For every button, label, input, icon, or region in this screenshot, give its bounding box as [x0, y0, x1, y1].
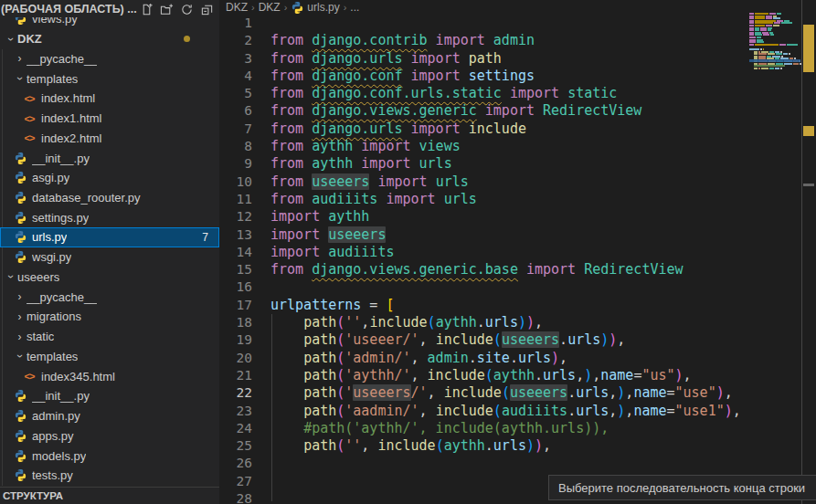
code-line-4[interactable]: 4from django.conf import settings [219, 68, 816, 85]
code-line-23[interactable]: 23 path('aadmin/', include(audiiits.urls… [219, 403, 816, 420]
line-number[interactable]: 17 [219, 297, 252, 314]
code-line-12[interactable]: 12import aythh [219, 208, 816, 226]
line-number[interactable]: 25 [219, 437, 252, 455]
line-number[interactable]: 12 [219, 208, 252, 226]
line-text [252, 15, 270, 32]
tree-item--pycache-[interactable]: ›__pycache__ [0, 287, 219, 307]
new-file-icon[interactable] [138, 2, 155, 17]
tree-item-apps-py[interactable]: apps.py [0, 425, 219, 446]
breadcrumb-item[interactable]: urls.py [291, 1, 339, 15]
code-line-5[interactable]: 5from django.conf.urls.static import sta… [219, 85, 816, 102]
outline-section-header[interactable]: СТРУКТУРА [0, 487, 219, 504]
line-number[interactable]: 22 [219, 384, 252, 402]
collapse-all-icon[interactable] [198, 2, 216, 17]
chevron-down-icon: › [5, 270, 16, 284]
explorer-section-header[interactable]: (РАБОЧАЯ ОБЛАСТЬ) ... [0, 0, 219, 17]
tree-item-migrations[interactable]: ›migrations [0, 307, 219, 327]
tree-item-templates[interactable]: ›templates [0, 68, 219, 89]
line-number[interactable]: 6 [219, 102, 252, 120]
code-line-21[interactable]: 21 path('aythh/', include(aythh.urls,),n… [219, 367, 816, 384]
line-number[interactable]: 8 [219, 138, 252, 155]
line-number[interactable]: 11 [219, 191, 252, 208]
code-line-22[interactable]: 22 path('useeers/', include(useeers.urls… [219, 384, 816, 402]
code-line-7[interactable]: 7from django.urls import include [219, 121, 816, 138]
new-folder-icon[interactable] [158, 2, 175, 17]
code-area[interactable]: 12from django.contrib import admin3from … [219, 15, 816, 504]
tree-item-index1-html[interactable]: <>index1.html [0, 109, 219, 129]
line-number[interactable]: 4 [219, 68, 252, 85]
breadcrumb-item[interactable]: DKZ [259, 1, 281, 14]
code-line-19[interactable]: 19 path('useeer/', include(useeers.urls)… [219, 331, 816, 349]
code-line-18[interactable]: 18 path('',include(aythh.urls)), [219, 314, 816, 331]
line-number[interactable]: 9 [219, 155, 252, 173]
line-number[interactable]: 13 [219, 226, 252, 244]
tree-item-database-roouter-py[interactable]: database_roouter.py [0, 188, 219, 208]
ruler-mark [803, 25, 814, 72]
line-text: urlpatterns = [ [252, 297, 394, 314]
line-number[interactable]: 7 [219, 121, 252, 138]
code-line-10[interactable]: 10from useeers import urls [219, 173, 816, 191]
line-number[interactable]: 15 [219, 261, 252, 278]
tree-item-label: wsgi.py [32, 250, 71, 264]
code-line-15[interactable]: 15from django.views.generic.base import … [219, 261, 816, 278]
code-line-8[interactable]: 8from aythh import views [219, 138, 816, 155]
code-line-14[interactable]: 14import audiiits [219, 244, 816, 261]
tree-item-static[interactable]: ›static [0, 327, 219, 347]
line-number[interactable]: 16 [219, 278, 252, 296]
tree-item--pycache-[interactable]: ›__pycache__ [0, 48, 219, 68]
code-line-16[interactable]: 16 [219, 278, 816, 296]
tree-item-tests-py[interactable]: tests.py [0, 466, 219, 486]
breadcrumb: DKZ›DKZ›urls.py›... [219, 0, 816, 15]
breadcrumb-item[interactable]: ... [350, 1, 359, 14]
code-line-2[interactable]: 2from django.contrib import admin [219, 32, 816, 49]
code-line-9[interactable]: 9from aythh import urls [219, 155, 816, 173]
code-line-1[interactable]: 1 [219, 15, 816, 32]
code-line-26[interactable]: 26 [219, 455, 816, 472]
python-file-icon [13, 171, 27, 185]
tree-item-models-py[interactable]: models.py [0, 446, 219, 466]
tree-item-templates[interactable]: ›templates [0, 346, 219, 366]
tree-item-index-html[interactable]: <>index.html [0, 89, 219, 109]
line-number[interactable]: 27 [219, 473, 252, 490]
outline-header-label: СТРУКТУРА [3, 490, 63, 501]
line-number[interactable]: 2 [219, 32, 252, 49]
code-line-24[interactable]: 24 #path('aythh/', include(aythh.urls)), [219, 420, 816, 437]
breadcrumb-item[interactable]: DKZ [226, 1, 248, 14]
tree-item-index2-html[interactable]: <>index2.html [0, 128, 219, 148]
line-number[interactable]: 21 [219, 367, 252, 384]
overview-ruler[interactable] [802, 0, 816, 504]
tree-item-wsgi-py[interactable]: wsgi.py [0, 247, 219, 268]
code-line-6[interactable]: 6from django.views.generic import Redire… [219, 102, 816, 120]
code-line-13[interactable]: 13import useeers [219, 226, 816, 244]
tree-item-label: static [26, 330, 54, 343]
line-number[interactable]: 14 [219, 244, 252, 261]
tree-item-admin-py[interactable]: admin.py [0, 406, 219, 426]
python-icon [291, 1, 304, 15]
line-number[interactable]: 24 [219, 420, 252, 437]
line-number[interactable]: 28 [219, 490, 252, 504]
line-number[interactable]: 26 [219, 455, 252, 472]
refresh-icon[interactable] [178, 2, 196, 17]
tree-item-urls-py[interactable]: urls.py7 [0, 227, 219, 247]
code-line-25[interactable]: 25 path('', include(aythh.urls)), [219, 437, 816, 455]
minimap[interactable] [749, 11, 800, 111]
tree-item-settings-py[interactable]: settings.py [0, 207, 219, 227]
line-number[interactable]: 18 [219, 314, 252, 331]
line-number[interactable]: 19 [219, 331, 252, 349]
code-line-11[interactable]: 11from audiiits import urls [219, 191, 816, 208]
line-number[interactable]: 3 [219, 50, 252, 68]
tree-item--init-py[interactable]: __init__.py [0, 386, 219, 406]
line-number[interactable]: 10 [219, 173, 252, 191]
tree-item--init-py[interactable]: __init__.py [0, 148, 219, 168]
line-number[interactable]: 23 [219, 403, 252, 420]
code-line-3[interactable]: 3from django.urls import path [219, 50, 816, 68]
line-number[interactable]: 5 [219, 85, 252, 102]
code-line-17[interactable]: 17urlpatterns = [ [219, 297, 816, 314]
tree-item-dkz[interactable]: ›DKZ [0, 29, 219, 49]
code-line-20[interactable]: 20 path('admin/', admin.site.urls), [219, 350, 816, 367]
tree-item-asgi-py[interactable]: asgi.py [0, 168, 219, 188]
line-number[interactable]: 20 [219, 350, 252, 367]
tree-item-index345-html[interactable]: <>index345.html [0, 366, 219, 386]
line-number[interactable]: 1 [219, 15, 252, 32]
tree-item-useeers[interactable]: ›useeers [0, 268, 219, 288]
